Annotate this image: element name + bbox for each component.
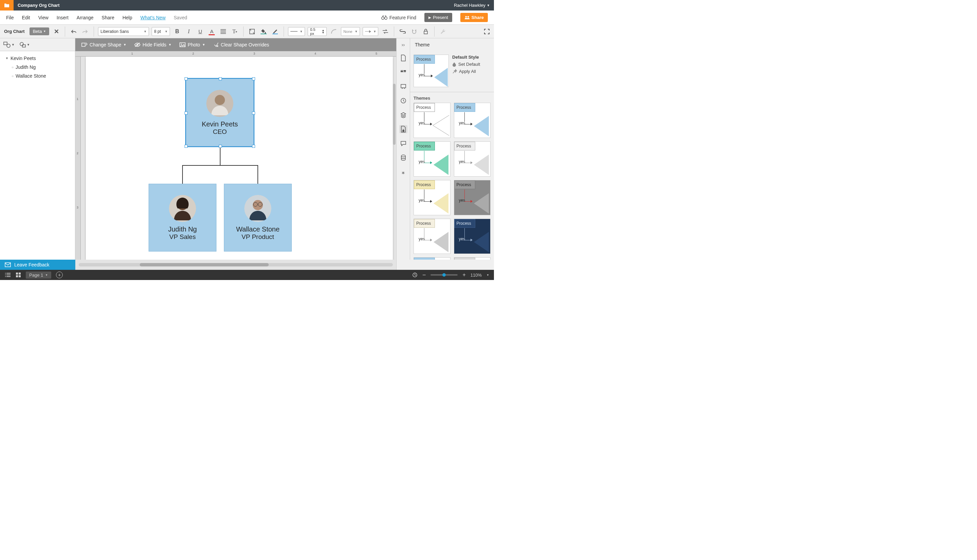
apply-all-button[interactable]: Apply All <box>452 69 491 74</box>
app-logo[interactable] <box>0 0 13 10</box>
org-node-ceo[interactable]: Kevin Peets CEO <box>186 78 254 147</box>
menu-insert[interactable]: Insert <box>57 15 68 20</box>
resize-handle[interactable] <box>219 145 222 148</box>
font-family-select[interactable]: Liberation Sans ▼ <box>98 27 149 36</box>
clear-overrides-button[interactable]: Clear Shape Overrides <box>210 40 272 50</box>
feature-find[interactable]: Feature Find <box>381 15 416 20</box>
zoom-slider[interactable] <box>431 274 458 276</box>
theme-swatch[interactable]: Process yes <box>454 180 491 215</box>
text-align-button[interactable] <box>219 27 228 36</box>
tab-page-icon[interactable] <box>399 54 408 62</box>
menu-share[interactable]: Share <box>102 15 114 20</box>
tab-slides-icon[interactable] <box>399 82 408 90</box>
line-style-select[interactable]: ▼ <box>288 27 305 36</box>
share-button[interactable]: Share <box>460 13 488 22</box>
vertical-scrollbar[interactable] <box>393 84 396 145</box>
org-node-vp-product[interactable]: Wallace Stone VP Product <box>224 184 292 252</box>
connector[interactable] <box>220 147 220 165</box>
undo-button[interactable] <box>69 27 78 36</box>
menu-edit[interactable]: Edit <box>22 15 30 20</box>
menu-whats-new[interactable]: What's New <box>140 15 165 20</box>
close-context-button[interactable]: ✕ <box>52 27 61 36</box>
photo-button[interactable]: Photo ▼ <box>176 40 209 50</box>
redo-button[interactable] <box>81 27 90 36</box>
tab-theme-icon[interactable] <box>399 125 408 133</box>
lock-button[interactable] <box>421 27 430 36</box>
page[interactable]: Kevin Peets CEO <box>86 57 393 260</box>
sync-icon[interactable] <box>412 272 418 278</box>
tab-chat-icon[interactable] <box>399 139 408 147</box>
outline-child[interactable]: ○ Wallace Stone <box>0 72 75 80</box>
theme-swatch[interactable]: Process yes <box>454 142 491 177</box>
add-shape-tool[interactable]: ▼ <box>3 42 15 48</box>
line-shape-button[interactable] <box>329 27 338 36</box>
outline-child[interactable]: ○ Judith Ng <box>0 63 75 72</box>
border-color-button[interactable] <box>271 27 279 36</box>
outline-root[interactable]: ▼ Kevin Peets <box>0 54 75 63</box>
theme-swatch[interactable]: Process <box>414 257 451 260</box>
theme-swatch[interactable]: Process yes <box>414 103 451 138</box>
font-size-select[interactable]: 8 pt ▼ <box>152 27 170 36</box>
theme-swatch[interactable]: Process yes <box>414 142 451 177</box>
menu-help[interactable]: Help <box>122 15 132 20</box>
list-view-icon[interactable] <box>5 273 11 277</box>
menu-view[interactable]: View <box>38 15 48 20</box>
page-selector[interactable]: Page 1 ▼ <box>26 272 51 278</box>
present-button[interactable]: ▶ Present <box>424 13 452 22</box>
set-default-button[interactable]: Set Default <box>452 62 491 67</box>
tab-actions-icon[interactable]: ⁎ <box>399 168 408 176</box>
collapse-right-panel-button[interactable]: ›› <box>396 38 410 51</box>
line-end-select[interactable]: ▼ <box>362 27 378 36</box>
wrench-button[interactable] <box>439 27 448 36</box>
menu-file[interactable]: File <box>6 15 14 20</box>
add-page-button[interactable]: + <box>56 272 63 278</box>
resize-handle[interactable] <box>185 145 188 148</box>
shape-size-button[interactable] <box>248 27 256 36</box>
resize-handle[interactable] <box>219 77 222 80</box>
resize-handle[interactable] <box>252 112 255 115</box>
zoom-in-button[interactable]: + <box>463 272 466 278</box>
text-color-button[interactable]: A <box>207 27 216 36</box>
underline-button[interactable]: U <box>196 27 205 36</box>
link-button[interactable] <box>398 27 407 36</box>
zoom-out-button[interactable]: − <box>423 272 426 278</box>
change-shape-button[interactable]: Change Shape ▼ <box>78 40 130 50</box>
line-start-select[interactable]: None ▼ <box>341 27 360 36</box>
connector[interactable] <box>182 165 258 166</box>
italic-button[interactable]: I <box>184 27 193 36</box>
theme-swatch[interactable]: Process yes <box>454 218 491 254</box>
line-width-select[interactable]: 0.5 px ▲▼ <box>308 27 327 36</box>
shape-library-tool[interactable]: ▼ <box>19 42 30 48</box>
tab-comments-icon[interactable]: ❝❞ <box>399 68 408 76</box>
document-title[interactable]: Company Org Chart <box>18 3 454 8</box>
fullscreen-button[interactable] <box>483 27 491 36</box>
fill-color-button[interactable] <box>259 27 268 36</box>
zoom-level[interactable]: 110% <box>471 273 482 278</box>
resize-handle[interactable] <box>252 77 255 80</box>
theme-swatch[interactable]: Process yes <box>454 103 491 138</box>
tab-data-icon[interactable] <box>399 153 408 162</box>
horizontal-scrollbar[interactable] <box>79 263 393 267</box>
resize-handle[interactable] <box>185 112 188 115</box>
theme-swatch[interactable]: Process yes <box>414 218 451 254</box>
theme-swatch[interactable]: Process <box>454 257 491 260</box>
tab-history-icon[interactable] <box>399 97 408 105</box>
bold-button[interactable]: B <box>173 27 182 36</box>
canvas[interactable]: Kevin Peets CEO <box>81 57 396 260</box>
swap-ends-button[interactable] <box>381 27 390 36</box>
menu-arrange[interactable]: Arrange <box>77 15 94 20</box>
magnet-button[interactable] <box>410 27 419 36</box>
connector[interactable] <box>182 165 183 184</box>
user-menu[interactable]: Rachel Hawkley ▼ <box>454 3 490 8</box>
feedback-button[interactable]: Leave Feedback <box>0 260 75 270</box>
connector[interactable] <box>257 165 258 184</box>
theme-swatch[interactable]: Process yes <box>414 180 451 215</box>
resize-handle[interactable] <box>185 77 188 80</box>
tab-layers-icon[interactable] <box>399 111 408 119</box>
grid-view-icon[interactable] <box>16 272 21 278</box>
org-node-vp-sales[interactable]: Judith Ng VP Sales <box>149 184 216 252</box>
beta-badge[interactable]: Beta ▼ <box>30 27 50 35</box>
hide-fields-button[interactable]: Hide Fields ▼ <box>131 40 175 50</box>
resize-handle[interactable] <box>252 145 255 148</box>
text-options-button[interactable]: T▸ <box>230 27 239 36</box>
